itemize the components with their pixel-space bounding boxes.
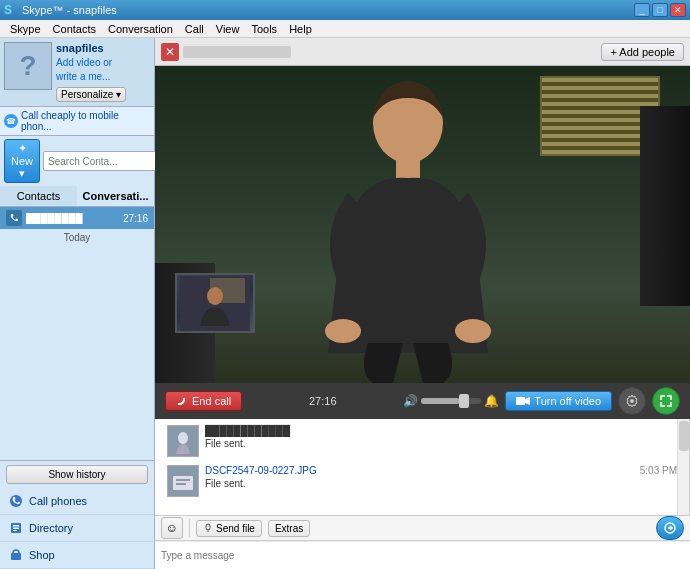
menubar: Skype Contacts Conversation Call View To…: [0, 20, 690, 38]
promo-text: Call cheaply to mobile phon...: [21, 110, 150, 132]
avatar: ?: [4, 42, 52, 90]
menu-call[interactable]: Call: [179, 20, 210, 38]
chat-area: ████████████ File sent.: [155, 419, 690, 569]
send-message-button[interactable]: [656, 516, 684, 540]
settings-call-button[interactable]: [618, 387, 646, 415]
shop-icon: [8, 547, 24, 563]
svg-point-8: [325, 319, 361, 343]
scrollbar-track[interactable]: [677, 419, 689, 515]
directory-icon: [8, 520, 24, 536]
tab-contacts[interactable]: Contacts: [0, 186, 77, 206]
shop-label: Shop: [29, 549, 55, 561]
svg-rect-4: [13, 530, 17, 531]
volume-icon: 🔊: [403, 394, 418, 408]
menu-help[interactable]: Help: [283, 20, 318, 38]
maximize-button[interactable]: □: [652, 3, 668, 17]
chat-messages: ████████████ File sent.: [155, 419, 690, 515]
emoji-button[interactable]: ☺: [161, 517, 183, 539]
scrollbar-thumb[interactable]: [679, 421, 689, 451]
call-phones-item[interactable]: Call phones: [0, 488, 154, 515]
video-area: [155, 66, 690, 383]
profile-name: snapfiles: [56, 42, 150, 54]
menu-conversation[interactable]: Conversation: [102, 20, 179, 38]
directory-item[interactable]: Directory: [0, 515, 154, 542]
call-phones-label: Call phones: [29, 495, 87, 507]
svg-rect-5: [11, 553, 21, 560]
svg-rect-20: [176, 483, 186, 485]
volume-area: 🔊 🔔: [403, 394, 499, 408]
turn-off-video-button[interactable]: Turn off video: [505, 391, 612, 411]
add-people-button[interactable]: + Add people: [601, 43, 684, 61]
sidebar-footer: Show history Call phones Directory Shop: [0, 460, 154, 569]
volume-slider[interactable]: [421, 398, 481, 404]
phone-end-icon: [176, 395, 188, 407]
person-figure: [258, 66, 558, 383]
add-video-link[interactable]: Add video or write a me...: [56, 56, 150, 84]
chat-input-area: [155, 541, 690, 569]
close-call-button[interactable]: ✕: [161, 43, 179, 61]
chat-avatar-1: [167, 425, 199, 457]
conversation-item[interactable]: ████████ 27:16: [0, 207, 154, 229]
chat-message-1: ████████████ File sent.: [163, 423, 681, 459]
svg-point-0: [10, 495, 22, 507]
call-icon: [6, 210, 22, 226]
personalize-button[interactable]: Personalize ▾: [56, 87, 126, 102]
new-button[interactable]: ✦ New ▾: [4, 139, 40, 183]
minimize-button[interactable]: _: [634, 3, 650, 17]
sender-name-1: ████████████: [205, 425, 290, 436]
menu-tools[interactable]: Tools: [245, 20, 283, 38]
conv-item-time: 27:16: [123, 213, 148, 224]
window-controls: _ □ ✕: [634, 3, 686, 17]
volume-knob[interactable]: [459, 394, 469, 408]
conv-item-name: ████████: [26, 213, 123, 224]
video-icon: [516, 396, 530, 406]
chat-input[interactable]: [161, 544, 684, 566]
self-view-video: [175, 273, 255, 333]
svg-rect-3: [13, 528, 19, 530]
main-layout: ? snapfiles Add video or write a me... P…: [0, 38, 690, 569]
svg-rect-7: [396, 158, 420, 178]
show-history-button[interactable]: Show history: [6, 465, 148, 484]
tab-conversations[interactable]: Conversati...: [77, 186, 154, 206]
fullscreen-button[interactable]: [652, 387, 680, 415]
paperclip-icon: [203, 523, 213, 533]
svg-point-16: [178, 432, 188, 444]
volume-max-icon: 🔔: [484, 394, 499, 408]
window-title: Skype™ - snapfiles: [22, 4, 634, 16]
call-controls: End call 27:16 🔊 🔔 Turn off video: [155, 383, 690, 419]
profile-area: ? snapfiles Add video or write a me... P…: [0, 38, 154, 107]
date-label: Today: [0, 229, 154, 246]
call-phones-icon: [8, 493, 24, 509]
menu-view[interactable]: View: [210, 20, 246, 38]
app-icon: S: [4, 3, 18, 17]
chat-avatar-2: [167, 465, 199, 497]
sidebar: ? snapfiles Add video or write a me... P…: [0, 38, 155, 569]
chat-message-2: DSCF2547-09-0227.JPG File sent. 5:03 PM: [163, 463, 681, 499]
svg-rect-13: [516, 397, 525, 405]
svg-point-12: [207, 287, 223, 305]
shop-item[interactable]: Shop: [0, 542, 154, 569]
call-timer: 27:16: [248, 395, 397, 407]
directory-label: Directory: [29, 522, 73, 534]
promo-bar[interactable]: ☎ Call cheaply to mobile phon...: [0, 107, 154, 136]
call-topbar: ✕ name + Add people: [155, 38, 690, 66]
filename-label: DSCF2547-09-0227.JPG: [205, 465, 317, 476]
menu-skype[interactable]: Skype: [4, 20, 47, 38]
svg-rect-19: [176, 479, 190, 481]
end-call-button[interactable]: End call: [165, 391, 242, 411]
right-panel: ✕ name + Add people: [155, 38, 690, 569]
gear-icon: [625, 394, 639, 408]
chat-text-2: File sent.: [205, 477, 317, 491]
close-button[interactable]: ✕: [670, 3, 686, 17]
main-video: [155, 66, 690, 383]
svg-point-14: [630, 399, 634, 403]
chat-text-1: File sent.: [205, 437, 290, 451]
expand-icon: [660, 395, 672, 407]
send-icon: [664, 522, 676, 534]
chat-time-2: 5:03 PM: [640, 465, 677, 476]
promo-icon: ☎: [4, 114, 18, 128]
menu-contacts[interactable]: Contacts: [47, 20, 102, 38]
extras-button[interactable]: Extras: [268, 520, 310, 537]
furniture-right: [640, 106, 690, 306]
send-file-button[interactable]: Send file: [196, 520, 262, 537]
